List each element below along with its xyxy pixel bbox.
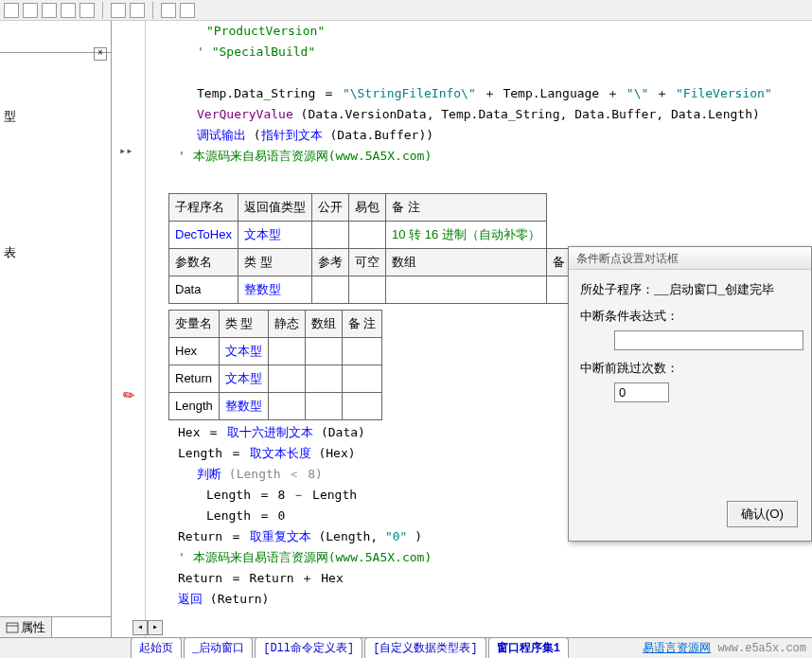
watermark-site[interactable]: 易语言资源网: [643, 642, 711, 655]
code-text: (: [246, 128, 261, 142]
cell[interactable]: [268, 365, 305, 393]
cell[interactable]: [311, 276, 348, 304]
toolbar-icon[interactable]: [180, 3, 195, 18]
code-text: (Data.Buffer)): [323, 128, 433, 142]
skip-input[interactable]: [614, 382, 669, 402]
left-label: 表: [4, 244, 16, 261]
toolbar-icon[interactable]: [130, 3, 145, 18]
code-text: Temp.Language: [503, 86, 607, 100]
code-string: "\StringFileInfo\": [343, 86, 484, 100]
code-text: Length ＝ 8 － Length: [206, 488, 357, 502]
cell[interactable]: [348, 222, 385, 249]
toolbar-separator: [102, 2, 103, 19]
cell[interactable]: [348, 276, 385, 304]
condition-input[interactable]: [614, 330, 803, 350]
variables-table[interactable]: 变量名 类 型 静态 数组 备 注 Hex 文本型 Return 文本型 Len…: [168, 310, 382, 420]
proc-label: 所处子程序：: [580, 283, 654, 297]
cell[interactable]: [268, 338, 305, 365]
toolbar-icon[interactable]: [42, 3, 57, 18]
cell-type[interactable]: 文本型: [219, 365, 268, 393]
scroll-right-button[interactable]: ▸: [148, 620, 163, 635]
properties-tab[interactable]: 属性: [0, 617, 52, 637]
scroll-left-button[interactable]: ◂: [132, 620, 148, 635]
cell-type[interactable]: 文本型: [238, 222, 311, 249]
toolbar-icon[interactable]: [161, 3, 176, 18]
document-tabs: 起始页 _启动窗口 [Dll命令定义表] [自定义数据类型表] 窗口程序集1 易…: [0, 637, 812, 658]
cell-type[interactable]: 整数型: [219, 393, 268, 420]
col-array: 数组: [385, 249, 546, 276]
code-comment: ' "SpecialBuild": [197, 44, 315, 59]
code-comment: ' 本源码来自易语言资源网(www.5A5X.com): [178, 550, 432, 564]
cell[interactable]: [385, 276, 546, 304]
table-row[interactable]: DecToHex 文本型 10 转 16 进制（自动补零）: [169, 222, 642, 249]
col-array: 数组: [305, 311, 342, 338]
cell-type[interactable]: 文本型: [219, 338, 268, 365]
table-row[interactable]: Length 整数型: [169, 393, 382, 420]
cell-param[interactable]: Data: [169, 276, 238, 304]
table-header-row: 子程序名 返回值类型 公开 易包 备 注: [169, 194, 642, 222]
code-text: (Data): [313, 425, 365, 439]
toolbar-icon[interactable]: [79, 3, 95, 18]
cell[interactable]: [305, 365, 342, 393]
code-string: "FileVersion": [676, 86, 772, 100]
tab-startup-window[interactable]: _启动窗口: [184, 637, 253, 658]
code-op: ＝: [230, 529, 242, 543]
cell-remark[interactable]: 10 转 16 进制（自动补零）: [385, 222, 546, 249]
toolbar-icon[interactable]: [23, 3, 38, 18]
tab-window-code[interactable]: 窗口程序集1: [488, 637, 569, 658]
code-text: Hex: [178, 425, 207, 439]
cell-name[interactable]: DecToHex: [169, 222, 238, 249]
breakpoint-marker[interactable]: ▸▸: [119, 140, 132, 161]
proc-row: 所处子程序：__启动窗口_创建完毕: [580, 281, 800, 298]
cell[interactable]: [311, 222, 348, 249]
cell-var[interactable]: Length: [169, 393, 220, 420]
code-func: VerQueryValue: [197, 107, 293, 121]
col-type: 类 型: [219, 311, 268, 338]
gutter: [112, 21, 146, 637]
cell[interactable]: [342, 393, 382, 420]
col-nullable: 可空: [348, 249, 385, 276]
cell[interactable]: [268, 393, 305, 420]
ok-button[interactable]: 确认(O): [727, 501, 798, 527]
table-header-row: 变量名 类 型 静态 数组 备 注: [169, 311, 382, 338]
code-text: Return ＝ Return ＋ Hex: [178, 571, 344, 585]
code-text: (Length,: [311, 529, 385, 543]
cell-type[interactable]: 整数型: [238, 276, 311, 304]
code-text: (Return): [203, 592, 269, 606]
cell[interactable]: [342, 338, 382, 365]
cell[interactable]: [342, 365, 382, 393]
properties-tab-label: 属性: [21, 619, 45, 636]
tab-dll-commands[interactable]: [Dll命令定义表]: [255, 637, 362, 658]
table-row[interactable]: Return 文本型: [169, 365, 382, 393]
left-panel: × 型 表 属性: [0, 21, 112, 637]
code-text: (Hex): [311, 446, 356, 460]
code-text: "ProductVersion": [206, 24, 325, 38]
code-text: (Data.VersionData, Temp.Data_String, Dat…: [293, 107, 760, 121]
code-string: "\": [627, 86, 656, 100]
tab-custom-types[interactable]: [自定义数据类型表]: [364, 637, 485, 658]
col-easypack: 易包: [348, 194, 385, 222]
code-keyword: 判断: [197, 467, 221, 481]
code-text: (Length ＜ 8): [221, 467, 323, 481]
col-public: 公开: [311, 194, 348, 222]
col-static: 静态: [268, 311, 305, 338]
cell[interactable]: [305, 338, 342, 365]
dialog-title: 条件断点设置对话框: [569, 247, 811, 270]
table-row[interactable]: Hex 文本型: [169, 338, 382, 365]
cell-var[interactable]: Hex: [169, 338, 220, 365]
proc-value: __启动窗口_创建完毕: [654, 283, 774, 297]
scroll-nav: ◂ ▸: [132, 620, 163, 635]
code-op: ＝: [230, 446, 242, 460]
tab-start[interactable]: 起始页: [131, 637, 182, 658]
close-panel-button[interactable]: ×: [94, 47, 107, 61]
col-rettype: 返回值类型: [238, 194, 311, 222]
toolbar-icon[interactable]: [111, 3, 126, 18]
toolbar-separator: [152, 2, 153, 19]
watermark: 易语言资源网 www.e5a5x.com: [643, 640, 806, 656]
col-param: 参数名: [169, 249, 238, 276]
svg-rect-0: [7, 623, 18, 632]
toolbar-icon[interactable]: [61, 3, 76, 18]
toolbar-icon[interactable]: [4, 3, 19, 18]
cell[interactable]: [305, 393, 342, 420]
cell-var[interactable]: Return: [169, 365, 220, 393]
